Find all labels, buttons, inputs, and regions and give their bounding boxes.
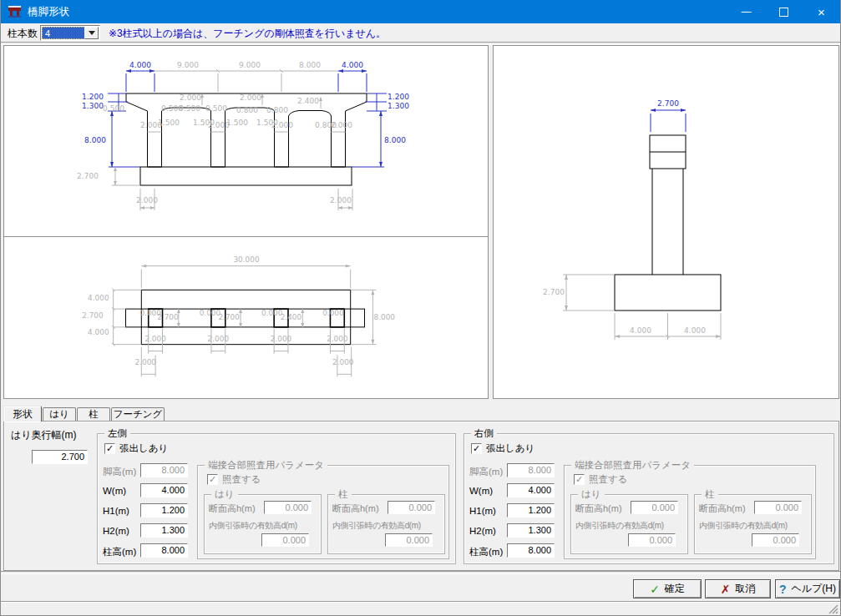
right-w-input[interactable]: 4.000 <box>507 483 555 497</box>
left-beam-h-input: 0.000 <box>264 501 312 514</box>
left-w-input[interactable]: 4.000 <box>140 483 188 497</box>
maximize-icon <box>779 8 788 17</box>
left-column-d-label: 内側引張時の有効高d(m) <box>332 520 421 532</box>
help-button[interactable]: ? ヘルプ(H) <box>775 579 840 598</box>
column-count-value: 4 <box>42 27 85 39</box>
close-icon: × <box>818 5 825 19</box>
tab-footing[interactable]: フーチング <box>111 407 165 422</box>
beam-depth-width-label: はり奥行幅(m) <box>11 428 77 442</box>
left-beam-subgroup: はり 断面高h(m) 0.000 内側引張時の有効高d(m) 0.000 <box>204 494 322 554</box>
dim-label: 1.200 <box>82 93 104 101</box>
right-edge-joint-param-group: 端接合部照査用パラメータ ✓ 照査する はり 断面高h(m) 0.000 内側引… <box>564 465 816 559</box>
left-h2-input[interactable]: 1.300 <box>140 523 188 538</box>
dim-label: 2.000 <box>136 196 158 204</box>
left-column-subgroup-title: 柱 <box>335 488 352 501</box>
dim-label: 1.500 <box>158 119 180 127</box>
cancel-button-label: 取消 <box>735 582 755 596</box>
minimize-icon: — <box>742 6 752 18</box>
left-h1-label: H1(m) <box>103 506 129 516</box>
dim-label: 1.300 <box>388 102 409 110</box>
left-column-height-label: 柱高(m) <box>103 546 136 558</box>
plan-view-panel: 30.0004.0002.7004.0008.0000.0002.7000.00… <box>3 236 489 399</box>
right-beam-h-label: 断面高h(m) <box>575 502 622 515</box>
dim-label: 2.000 <box>332 358 354 366</box>
dim-label: 8.000 <box>384 136 406 144</box>
right-check-verify-checkbox: ✓ <box>574 474 585 485</box>
left-beam-d-input: 0.000 <box>261 533 309 547</box>
left-h2-label: H2(m) <box>103 526 129 536</box>
dim-label: 4.000 <box>630 326 651 335</box>
right-h1-label: H1(m) <box>469 506 496 516</box>
right-column-height-input[interactable]: 8.000 <box>507 543 555 558</box>
left-column-d-input: 0.000 <box>385 533 433 547</box>
dim-label: 2.700 <box>157 313 179 321</box>
right-column-height-label: 柱高(m) <box>469 546 503 558</box>
left-edge-joint-param-title: 端接合部照査用パラメータ <box>205 459 327 472</box>
dim-label: 2.000 <box>331 121 352 129</box>
confirm-button[interactable]: ✓ 確定 <box>633 579 702 598</box>
column-count-dropdown[interactable]: 4 <box>40 25 100 41</box>
right-beam-d-input: 0.000 <box>628 533 676 547</box>
tab-shape[interactable]: 形状 <box>3 406 42 422</box>
right-beam-subgroup-title: はり <box>578 488 605 501</box>
left-side-group: 左側 ✓ 張出しあり 脚高(m) 8.000 W(m) 4.000 H1(m) … <box>97 433 456 564</box>
dim-label: 2.000 <box>180 93 201 102</box>
check-icon: ✓ <box>208 475 217 483</box>
left-h1-input[interactable]: 1.200 <box>140 503 188 518</box>
dim-label: 8.000 <box>374 313 396 321</box>
close-button[interactable]: × <box>803 0 840 23</box>
tab-column[interactable]: 柱 <box>77 407 110 422</box>
plan-view-drawing: 30.0004.0002.7004.0008.0000.0002.7000.00… <box>4 237 488 398</box>
dim-label: 1.200 <box>388 93 409 101</box>
minimize-button[interactable]: — <box>727 0 765 23</box>
resize-grip[interactable] <box>828 603 838 614</box>
left-check-verify-checkbox: ✓ <box>207 474 218 485</box>
left-overhang-checkbox[interactable]: ✓ <box>104 443 115 454</box>
right-h2-input[interactable]: 1.300 <box>507 523 555 538</box>
left-column-height-input[interactable]: 8.000 <box>140 543 188 558</box>
left-beam-h-label: 断面高h(m) <box>209 502 256 515</box>
dim-label: 1.300 <box>82 102 104 110</box>
dim-label: 0.000 <box>322 309 344 317</box>
dim-label: 2.000 <box>208 335 230 343</box>
front-view-drawing: 4.0009.0009.0008.0004.0001.2001.3008.000… <box>4 46 488 236</box>
right-overhang-label: 張出しあり <box>486 442 534 455</box>
question-icon: ? <box>779 583 787 596</box>
tab-beam[interactable]: はり <box>43 407 76 422</box>
right-overhang-checkbox[interactable]: ✓ <box>471 443 482 454</box>
dim-label: 2.400 <box>281 313 302 321</box>
dim-label: 2.000 <box>271 335 292 343</box>
left-beam-subgroup-title: はり <box>211 488 238 501</box>
check-icon: ✓ <box>472 444 481 452</box>
check-icon: ✓ <box>650 583 660 596</box>
dim-label: 2.700 <box>543 288 565 296</box>
dim-label: 0.500 <box>205 104 227 113</box>
tab-page-shape: はり奥行幅(m) 2.700 左側 ✓ 張出しあり 脚高(m) 8.000 W(… <box>3 421 839 571</box>
right-h1-input[interactable]: 1.200 <box>507 503 555 518</box>
cancel-button[interactable]: ✗ 取消 <box>705 579 771 598</box>
maximize-button[interactable] <box>765 0 803 23</box>
dim-label: 4.000 <box>88 328 109 336</box>
confirm-button-label: 確定 <box>665 582 685 596</box>
check-icon: ✓ <box>105 444 114 452</box>
dim-label: 2.400 <box>297 97 319 105</box>
dim-label: 2.000 <box>135 358 157 366</box>
right-column-d-input: 0.000 <box>752 533 799 547</box>
dim-label: 0.800 <box>236 106 258 114</box>
dim-label: 2.700 <box>82 311 104 320</box>
beam-depth-width-input[interactable]: 2.700 <box>32 450 88 464</box>
left-check-verify-label: 照査する <box>222 473 261 486</box>
right-w-label: W(m) <box>469 486 493 496</box>
dropdown-button[interactable] <box>84 27 99 39</box>
right-column-subgroup-title: 柱 <box>702 488 718 501</box>
dim-label: 2.700 <box>657 99 679 108</box>
dim-label: 2.000 <box>240 93 261 102</box>
dim-label: 4.000 <box>129 61 151 69</box>
dialog-window: 橋脚形状 — × 柱本数 4 ※3柱式以上の場合は、フーチングの剛体照査を行いま… <box>0 0 841 616</box>
dim-label: 4.000 <box>684 326 706 335</box>
dim-label: 0.800 <box>266 106 288 114</box>
left-leg-height-label: 脚高(m) <box>103 466 136 478</box>
help-button-label: ヘルプ(H) <box>792 582 837 596</box>
right-edge-joint-param-title: 端接合部照査用パラメータ <box>571 459 694 472</box>
left-overhang-label: 張出しあり <box>119 442 168 455</box>
